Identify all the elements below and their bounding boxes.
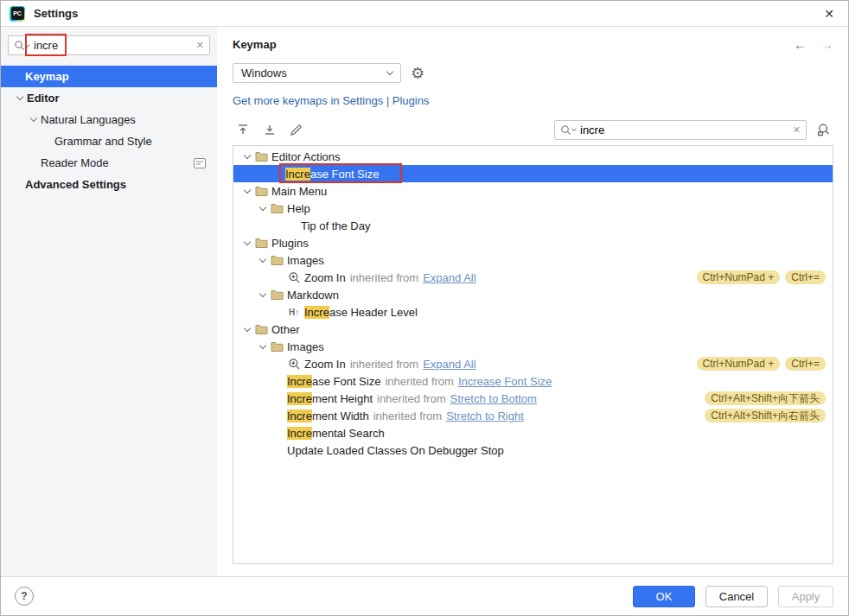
tree-row[interactable]: Increment Widthinherited fromStretch to …	[233, 407, 833, 424]
shortcut-badges: Ctrl+Alt+Shift+向右箭头	[705, 409, 833, 422]
tree-search-input[interactable]	[578, 124, 793, 137]
search-history-chevron-icon[interactable]	[571, 126, 577, 131]
tree-row[interactable]: Images	[233, 251, 833, 269]
folder-icon	[270, 203, 284, 214]
tree-row-label: Editor Actions	[271, 150, 341, 163]
chevron-down-icon[interactable]	[256, 294, 270, 296]
expand-all-icon[interactable]	[259, 120, 279, 139]
tree-row[interactable]: Plugins	[233, 234, 833, 251]
tree-row[interactable]: Incremental Search	[233, 424, 833, 441]
sidebar-item-advanced-settings[interactable]: Advanced Settings	[1, 174, 217, 195]
inherited-action-link[interactable]: Expand All	[423, 358, 476, 371]
sidebar-item-grammar-and-style[interactable]: Grammar and Style	[1, 130, 217, 152]
shortcut-badge: Ctrl+=	[785, 270, 826, 284]
keymap-tree: Editor ActionsIncrease Font SizeMain Men…	[233, 145, 833, 564]
sidebar-item-reader-mode[interactable]: Reader Mode	[1, 152, 217, 174]
tree-row[interactable]: Editor Actions	[233, 148, 833, 165]
tree-row-label: Increase Font Size	[287, 375, 380, 388]
main-header: Keymap ← →	[233, 35, 833, 53]
tree-row-label: Increase Font Size	[285, 168, 379, 181]
apply-button[interactable]: Apply	[778, 586, 833, 607]
forward-icon[interactable]: →	[820, 37, 833, 52]
chevron-down-icon[interactable]	[240, 328, 254, 331]
chevron-down-icon[interactable]	[13, 97, 27, 99]
gear-icon[interactable]: ⚙	[411, 66, 424, 81]
tree-row[interactable]: Main Menu	[233, 182, 833, 200]
close-icon[interactable]: ✕	[820, 5, 838, 22]
help-button[interactable]: ?	[15, 587, 34, 606]
zoom-in-icon	[287, 271, 301, 284]
tree-row[interactable]: Other	[233, 321, 833, 338]
inherited-action-link[interactable]: Increase Font Size	[458, 375, 552, 388]
get-more-keymaps-link[interactable]: Get more keymaps in Settings | Plugins	[233, 94, 833, 107]
tree-row[interactable]: Zoom Ininherited fromExpand AllCtrl+NumP…	[233, 355, 833, 372]
tree-search[interactable]: ✕	[554, 120, 807, 140]
sidebar-item-keymap[interactable]: Keymap	[1, 66, 217, 87]
chevron-down-icon[interactable]	[256, 259, 270, 262]
clear-search-icon[interactable]: ✕	[793, 124, 801, 136]
settings-window: PC Settings ✕ ✕ KeymapEditorNatural Lang…	[0, 0, 849, 616]
back-icon[interactable]: ←	[794, 37, 807, 52]
find-by-shortcut-icon[interactable]	[814, 120, 833, 139]
tree-row[interactable]: Images	[233, 338, 833, 355]
chevron-down-icon[interactable]	[27, 118, 41, 121]
collapse-all-icon[interactable]	[233, 120, 252, 139]
tree-row-label: Tip of the Day	[301, 219, 370, 232]
sidebar-item-label: Natural Languages	[41, 113, 136, 126]
tree-row-label: Plugins	[271, 237, 309, 250]
ok-button[interactable]: OK	[633, 586, 695, 607]
clear-search-icon[interactable]: ✕	[196, 40, 204, 51]
shortcut-badges: Ctrl+Alt+Shift+向下箭头	[705, 391, 833, 405]
sidebar-item-natural-languages[interactable]: Natural Languages	[1, 109, 217, 130]
chevron-down-icon[interactable]	[256, 207, 270, 210]
sidebar-search[interactable]: ✕	[8, 35, 210, 55]
shortcut-badge: Ctrl+NumPad +	[697, 270, 781, 284]
search-match-highlight: Incre	[287, 410, 312, 422]
edit-shortcut-icon[interactable]	[286, 120, 306, 139]
tree-row-label: Increase Header Level	[304, 306, 418, 319]
tree-row[interactable]: Tip of the Day	[233, 217, 833, 234]
tree-row[interactable]: Increment Heightinherited fromStretch to…	[233, 390, 833, 407]
keymap-select[interactable]: Windows	[233, 63, 401, 83]
folder-icon	[254, 186, 268, 197]
tree-row[interactable]: Increase Font Sizeinherited fromIncrease…	[233, 372, 833, 390]
inherited-from-label: inherited from	[377, 392, 445, 405]
chevron-down-icon[interactable]	[256, 346, 270, 348]
main-panel: Keymap ← → Windows ⚙ Get more keymaps in…	[217, 27, 848, 576]
tree-row[interactable]: Help	[233, 200, 833, 217]
sidebar-item-editor[interactable]: Editor	[1, 87, 217, 109]
sidebar: ✕ KeymapEditorNatural LanguagesGrammar a…	[1, 27, 217, 576]
sidebar-item-label: Editor	[27, 92, 60, 105]
search-history-chevron-icon[interactable]	[25, 42, 30, 48]
inherited-action-link[interactable]: Stretch to Right	[446, 410, 524, 422]
tree-row-label: Increment Height	[287, 392, 373, 405]
inherited-from-label: inherited from	[373, 410, 442, 422]
window-title: Settings	[34, 7, 78, 20]
tree-row-label: Main Menu	[271, 185, 327, 198]
tree-row-label: Images	[287, 254, 324, 267]
footer: ? OK Cancel Apply	[1, 576, 848, 615]
sidebar-search-input[interactable]	[31, 39, 196, 52]
cancel-button[interactable]: Cancel	[705, 586, 768, 607]
shortcut-badge: Ctrl+Alt+Shift+向下箭头	[705, 391, 826, 405]
keymap-selector-row: Windows ⚙	[233, 63, 833, 83]
chevron-down-icon[interactable]	[240, 156, 254, 158]
inherited-from-label: inherited from	[350, 358, 418, 371]
zoom-in-icon	[287, 358, 301, 371]
folder-icon	[254, 238, 268, 249]
dialog-buttons: OK Cancel Apply	[633, 586, 833, 607]
tree-row[interactable]: Zoom Ininherited fromExpand AllCtrl+NumP…	[233, 269, 833, 286]
folder-icon	[270, 341, 284, 352]
tree-row-label: Help	[287, 202, 310, 215]
chevron-down-icon[interactable]	[240, 190, 254, 193]
search-match-highlight: Incre	[285, 168, 310, 181]
chevron-down-icon[interactable]	[240, 242, 254, 244]
sidebar-item-label: Advanced Settings	[25, 178, 126, 191]
tree-row[interactable]: Markdown	[233, 286, 833, 303]
tree-row[interactable]: H↑Increase Header Level	[233, 303, 833, 321]
inherited-action-link[interactable]: Stretch to Bottom	[450, 392, 536, 405]
tree-row[interactable]: Increase Font Size	[233, 165, 833, 182]
tree-row[interactable]: Update Loaded Classes On Debugger Stop	[233, 441, 833, 459]
inherited-action-link[interactable]: Expand All	[423, 271, 476, 284]
inherited-from-label: inherited from	[385, 375, 453, 388]
